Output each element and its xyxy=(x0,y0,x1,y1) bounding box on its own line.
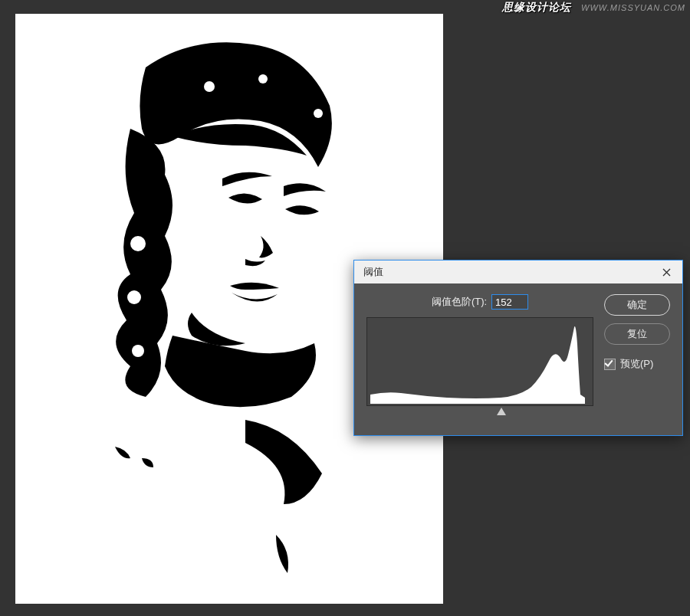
watermark: 思缘设计论坛 WWW.MISSYUAN.COM xyxy=(502,1,685,15)
svg-point-0 xyxy=(204,81,215,92)
svg-point-1 xyxy=(258,74,268,84)
dialog-title: 阈值 xyxy=(363,265,383,279)
preview-checkbox[interactable] xyxy=(604,359,616,370)
close-button[interactable] xyxy=(655,262,678,282)
dialog-titlebar[interactable]: 阈值 xyxy=(354,260,682,283)
svg-point-4 xyxy=(127,290,141,304)
dialog-main: 阈值色阶(T): xyxy=(366,294,593,421)
close-icon xyxy=(662,268,671,277)
preview-row[interactable]: 预览(P) xyxy=(604,357,670,371)
svg-point-5 xyxy=(132,345,144,357)
histogram-panel xyxy=(366,317,593,406)
threshold-slider[interactable] xyxy=(366,408,593,421)
svg-point-7 xyxy=(298,206,306,214)
watermark-url: WWW.MISSYUAN.COM xyxy=(581,3,685,12)
watermark-brand: 思缘设计论坛 xyxy=(502,1,571,13)
histogram xyxy=(370,321,585,404)
threshold-dialog: 阈值 阈值色阶(T): 确定 复位 xyxy=(353,260,683,436)
threshold-level-row: 阈值色阶(T): xyxy=(366,294,593,310)
dialog-body: 阈值色阶(T): 确定 复位 预览(P) xyxy=(354,283,682,435)
svg-point-6 xyxy=(242,195,249,203)
dialog-side: 确定 复位 预览(P) xyxy=(604,294,670,421)
reset-button[interactable]: 复位 xyxy=(604,323,670,345)
ok-button[interactable]: 确定 xyxy=(604,294,670,316)
threshold-level-label: 阈值色阶(T): xyxy=(432,295,487,309)
svg-point-3 xyxy=(130,236,146,251)
svg-point-2 xyxy=(314,109,323,118)
threshold-level-input[interactable] xyxy=(491,294,528,310)
slider-thumb-icon xyxy=(497,408,506,415)
preview-label: 预览(P) xyxy=(620,357,653,371)
